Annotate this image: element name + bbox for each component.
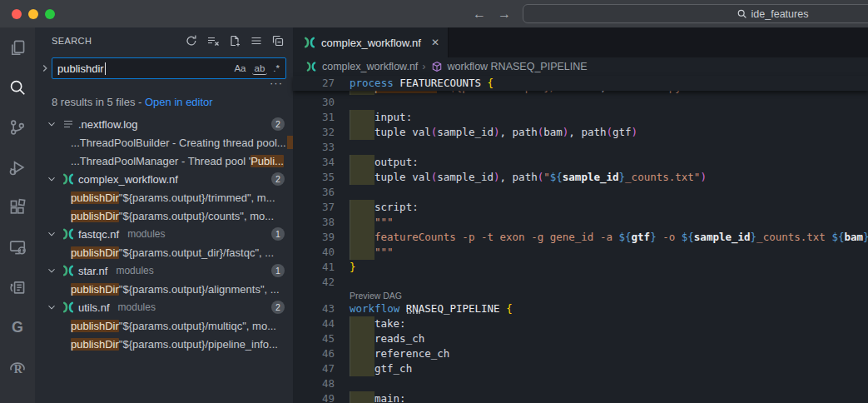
- results-summary: 8 results in 5 files - Open in editor: [35, 91, 293, 112]
- line-number: 49: [293, 391, 335, 403]
- line-number: 44: [293, 316, 335, 331]
- match-result-row[interactable]: publishDir "${params.output}/trimmed", m…: [35, 188, 293, 206]
- close-tab-icon[interactable]: ✕: [431, 37, 439, 48]
- line-number: 43: [293, 301, 335, 316]
- chevron-down-icon[interactable]: [45, 117, 58, 131]
- code-token: sample_id: [694, 231, 751, 243]
- files-icon[interactable]: [0, 27, 35, 67]
- remote-explorer-icon[interactable]: [0, 227, 35, 267]
- code-token: , path: [500, 126, 538, 138]
- match-context: "${params.output}/trimmed", m...: [119, 192, 275, 204]
- code-line: 37script:: [293, 200, 868, 215]
- nextflow-icon: [305, 60, 318, 73]
- line-number: 30: [293, 95, 335, 110]
- file-result-row[interactable]: utils.nfmodules2: [35, 298, 293, 316]
- line-content: """: [350, 215, 394, 230]
- command-center[interactable]: ide_features: [523, 4, 868, 23]
- match-result-row[interactable]: publishDir "${params.output}/alignments"…: [35, 280, 293, 298]
- breadcrumb-file[interactable]: complex_workflow.nf: [322, 61, 418, 72]
- run-debug-icon[interactable]: [0, 147, 35, 187]
- new-search-editor-icon[interactable]: [226, 32, 243, 49]
- file-description: modules: [127, 228, 165, 240]
- task-pages-icon[interactable]: [0, 267, 35, 307]
- indent-highlight: [350, 125, 374, 140]
- code-token: {: [506, 302, 513, 315]
- gutter-padding: [335, 170, 350, 185]
- match-result-row[interactable]: publishDir "${params.output}/pipeline_in…: [35, 335, 293, 353]
- gutter-padding: [335, 230, 350, 245]
- chevron-down-icon[interactable]: [45, 172, 58, 186]
- code-line: 39featureCounts -p -t exon -g gene_id -a…: [293, 230, 868, 245]
- log-file-icon: [62, 117, 75, 131]
- line-number: 35: [293, 170, 335, 185]
- back-arrow-icon[interactable]: ←: [473, 7, 486, 22]
- partial-circle-icon[interactable]: [0, 387, 35, 403]
- match-result-row[interactable]: ...ThreadPoolBuilder - Creating thread p…: [35, 133, 293, 152]
- whole-word-toggle[interactable]: ab: [252, 62, 268, 75]
- refresh-icon[interactable]: [183, 32, 200, 49]
- view-as-list-icon[interactable]: [248, 32, 265, 49]
- toggle-replace-chevron-icon[interactable]: [38, 57, 52, 79]
- code-line: 41}: [293, 260, 868, 275]
- tab-complex-workflow[interactable]: complex_workflow.nf ✕: [293, 27, 449, 57]
- svg-text:G: G: [12, 319, 23, 336]
- code-token: -o: [657, 231, 682, 243]
- file-name: utils.nf: [78, 301, 110, 314]
- search-input[interactable]: publishdir Aaab.*: [52, 57, 286, 79]
- file-result-row[interactable]: complex_workflow.nf2: [35, 170, 293, 188]
- breadcrumb: complex_workflow.nf › workflow RNASEQ_PI…: [293, 57, 868, 76]
- file-result-row[interactable]: star.nfmodules1: [35, 261, 293, 280]
- activity-bar: GR: [0, 27, 35, 403]
- line-number: 31: [293, 110, 335, 125]
- minimize-window-button[interactable]: [28, 9, 38, 19]
- regex-toggle[interactable]: .*: [270, 62, 282, 74]
- gutter-padding: [335, 316, 350, 331]
- indent-highlight: [350, 391, 374, 403]
- match-case-toggle[interactable]: Aa: [231, 62, 248, 74]
- line-content: reference_ch: [350, 346, 449, 361]
- toggle-search-details-button[interactable]: ···: [35, 79, 293, 91]
- match-highlight: publishDir: [71, 246, 119, 259]
- code-token: ${: [831, 231, 844, 243]
- clear-results-icon[interactable]: [205, 32, 221, 49]
- close-window-button[interactable]: [12, 9, 22, 19]
- indent-highlight: [350, 346, 374, 361]
- open-in-editor-link[interactable]: Open in editor: [145, 96, 213, 108]
- codelens-preview-dag[interactable]: Preview DAG: [293, 290, 868, 301]
- code-token: input:: [374, 111, 412, 123]
- match-result-row[interactable]: publishDir "${params.output}/counts", mo…: [35, 206, 293, 225]
- line-number: 37: [293, 200, 335, 215]
- breadcrumb-symbol[interactable]: workflow RNASEQ_PIPELINE: [448, 61, 588, 72]
- maximize-window-button[interactable]: [45, 9, 55, 19]
- gutter-padding: [335, 301, 350, 316]
- code-token: bam: [543, 126, 563, 138]
- r-language-icon[interactable]: R: [0, 347, 35, 387]
- code-line: 38""": [293, 215, 868, 230]
- chevron-down-icon[interactable]: [45, 301, 58, 314]
- tab-bar: complex_workflow.nf ✕: [293, 27, 868, 57]
- match-context: ...ThreadPoolManager - Thread pool ': [71, 155, 250, 167]
- collapse-all-icon[interactable]: [270, 32, 286, 49]
- line-number: 42: [293, 275, 335, 290]
- line-content: workflow RNASEQ_PIPELINE {: [350, 301, 513, 316]
- file-result-row[interactable]: fastqc.nfmodules1: [35, 225, 293, 243]
- match-result-row[interactable]: publishDir "${params.output_dir}/fastqc"…: [35, 243, 293, 261]
- match-result-row[interactable]: publishDir "${params.output}/multiqc", m…: [35, 316, 293, 335]
- nextflow-icon: [62, 264, 75, 277]
- gitlens-icon[interactable]: G: [0, 307, 35, 347]
- code-token: "${params.output}/counts": [444, 91, 600, 93]
- chevron-down-icon[interactable]: [45, 227, 58, 241]
- extensions-icon[interactable]: [0, 187, 35, 227]
- match-context: "${params.output}/alignments", ...: [119, 283, 280, 296]
- forward-arrow-icon[interactable]: →: [498, 7, 511, 22]
- line-number: 39: [293, 230, 335, 245]
- codelens-label[interactable]: Preview DAG: [350, 290, 402, 301]
- match-context: "${params.output}/multiqc", mo...: [119, 320, 276, 332]
- match-result-row[interactable]: ...ThreadPoolManager - Thread pool 'Publ…: [35, 152, 293, 170]
- file-result-row[interactable]: .nextflow.log2: [35, 115, 293, 133]
- code-token: , path: [568, 126, 606, 138]
- chevron-down-icon[interactable]: [45, 264, 58, 277]
- source-control-icon[interactable]: [0, 107, 35, 147]
- search-icon[interactable]: [0, 67, 35, 107]
- indent-highlight: [350, 91, 374, 95]
